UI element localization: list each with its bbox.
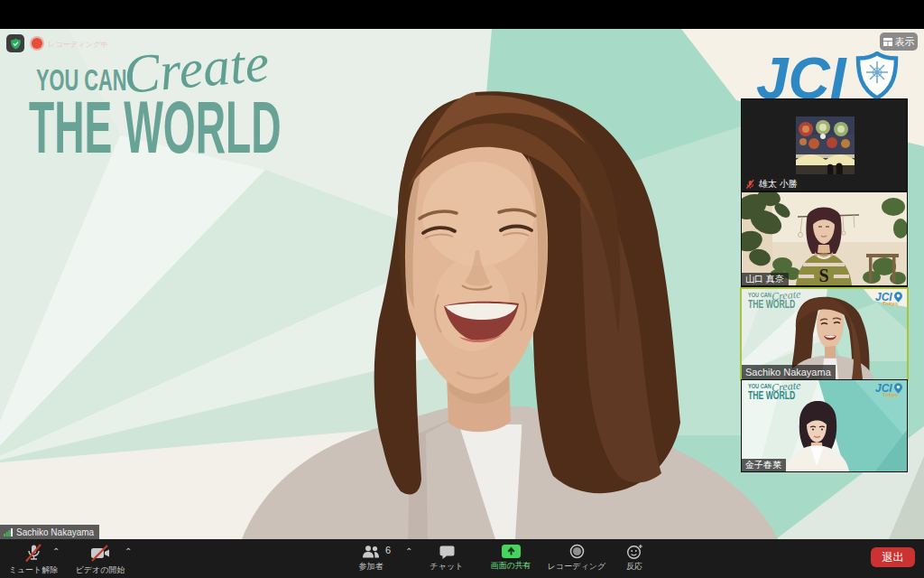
svg-text:S: S: [818, 266, 828, 285]
